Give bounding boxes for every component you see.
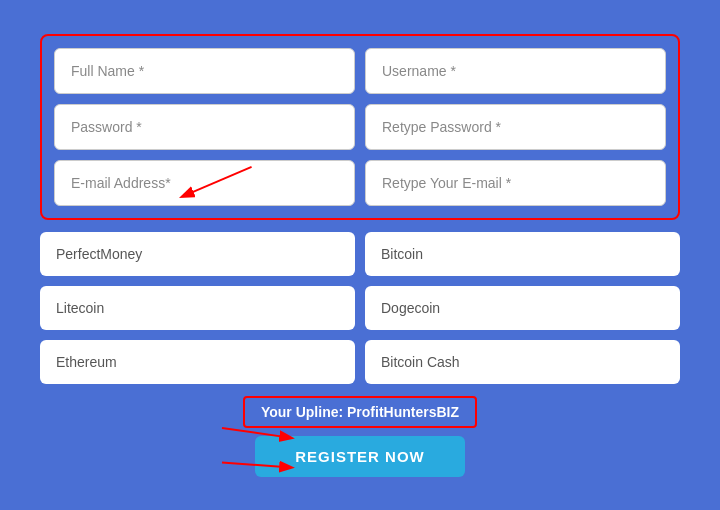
crypto-btn-bitcoin-cash[interactable]: Bitcoin Cash (365, 340, 680, 384)
upline-text: Your Upline: ProfitHuntersBIZ (261, 404, 459, 420)
full-name-input[interactable] (54, 48, 355, 94)
retype-email-input[interactable] (365, 160, 666, 206)
register-button[interactable]: REGISTER NOW (255, 436, 465, 477)
crypto-btn-litecoin[interactable]: Litecoin (40, 286, 355, 330)
crypto-btn-ethereum[interactable]: Ethereum (40, 340, 355, 384)
retype-password-input[interactable] (365, 104, 666, 150)
bottom-section: Your Upline: ProfitHuntersBIZ REGISTER N… (40, 396, 680, 477)
form-grid (54, 48, 666, 206)
upline-box: Your Upline: ProfitHuntersBIZ (243, 396, 477, 428)
username-input[interactable] (365, 48, 666, 94)
email-input[interactable] (54, 160, 355, 206)
password-input[interactable] (54, 104, 355, 150)
crypto-btn-bitcoin[interactable]: Bitcoin (365, 232, 680, 276)
crypto-section: PerfectMoney Bitcoin Litecoin Dogecoin E… (40, 232, 680, 384)
registration-form-outlined (40, 34, 680, 220)
crypto-btn-dogecoin[interactable]: Dogecoin (365, 286, 680, 330)
crypto-btn-perfectmoney[interactable]: PerfectMoney (40, 232, 355, 276)
